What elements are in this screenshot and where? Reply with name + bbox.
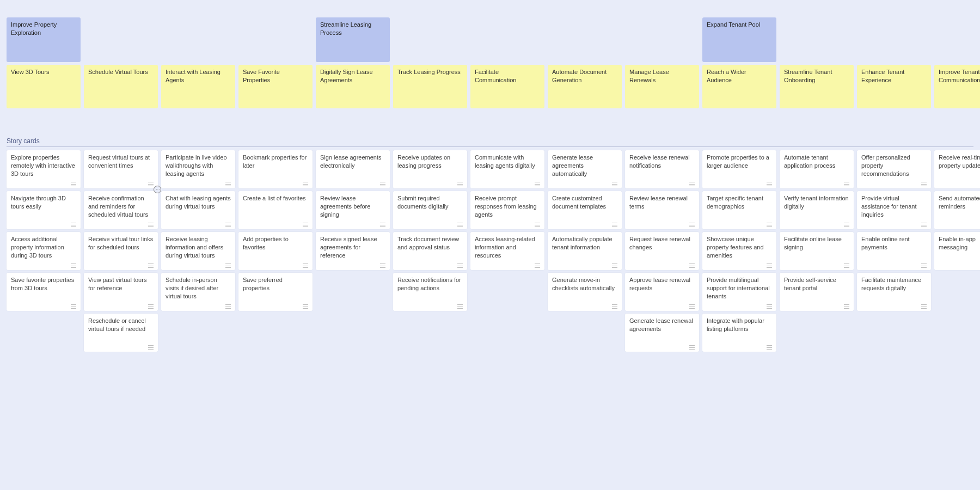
story-card[interactable]: Promote properties to a larger audience [702, 150, 776, 188]
drag-handle-icon[interactable] [457, 264, 463, 268]
drag-handle-icon[interactable] [689, 223, 695, 227]
story-card[interactable]: Request virtual tours at convenient time… [84, 150, 158, 188]
story-card[interactable]: Offer personalized property recommendati… [857, 150, 931, 188]
drag-handle-icon[interactable] [148, 304, 154, 309]
drag-handle-icon[interactable] [689, 182, 695, 186]
drag-handle-icon[interactable] [767, 182, 772, 186]
drag-handle-icon[interactable] [921, 223, 927, 227]
story-card[interactable]: Send automated lease reminders [934, 191, 980, 229]
story-card[interactable]: Provide virtual assistance for tenant in… [857, 191, 931, 229]
drag-handle-icon[interactable] [148, 182, 154, 186]
card-menu-icon[interactable]: ⋯ [154, 186, 161, 193]
story-card[interactable]: Receive leasing information and offers d… [161, 232, 235, 270]
drag-handle-icon[interactable] [380, 182, 385, 186]
drag-handle-icon[interactable] [689, 345, 695, 350]
activity-card[interactable]: Digitally Sign Lease Agreements [316, 65, 390, 108]
activity-card[interactable]: Track Leasing Progress [393, 65, 467, 108]
drag-handle-icon[interactable] [844, 304, 849, 309]
drag-handle-icon[interactable] [535, 182, 540, 186]
drag-handle-icon[interactable] [535, 264, 540, 268]
story-card[interactable]: Generate move-in checklists automaticall… [548, 273, 622, 311]
activity-card[interactable]: Schedule Virtual Tours [84, 65, 158, 108]
story-card[interactable]: Schedule in-person visits if desired aft… [161, 273, 235, 311]
drag-handle-icon[interactable] [612, 304, 617, 309]
story-card[interactable]: Target specific tenant demographics [702, 191, 776, 229]
story-card[interactable]: Chat with leasing agents during virtual … [161, 191, 235, 229]
drag-handle-icon[interactable] [303, 182, 308, 186]
story-card[interactable]: Enable online rent payments [857, 232, 931, 270]
drag-handle-icon[interactable] [71, 182, 76, 186]
drag-handle-icon[interactable] [71, 264, 76, 268]
story-card[interactable]: Generate lease agreements automatically [548, 150, 622, 188]
drag-handle-icon[interactable] [225, 304, 231, 309]
story-card[interactable]: Save preferred properties [238, 273, 313, 311]
story-card[interactable]: Bookmark properties for later [238, 150, 313, 188]
story-card[interactable]: Facilitate maintenance requests digitall… [857, 273, 931, 311]
story-card[interactable]: Receive confirmation and reminders for s… [84, 191, 158, 229]
drag-handle-icon[interactable] [457, 182, 463, 186]
activity-card[interactable]: Save Favorite Properties [238, 65, 313, 108]
story-card[interactable]: Facilitate online lease signing [780, 232, 854, 270]
story-card[interactable]: Submit required documents digitally [393, 191, 467, 229]
story-card[interactable]: Receive signed lease agreements for refe… [316, 232, 390, 270]
story-card[interactable]: Review lease agreements before signing [316, 191, 390, 229]
activity-card[interactable]: View 3D Tours [7, 65, 81, 108]
story-card[interactable]: Verify tenant information digitally [780, 191, 854, 229]
drag-handle-icon[interactable] [148, 345, 154, 350]
story-card[interactable]: Create customized document templates [548, 191, 622, 229]
story-card[interactable]: Access leasing-related information and r… [470, 232, 544, 270]
story-card[interactable]: Automate tenant application process [780, 150, 854, 188]
drag-handle-icon[interactable] [457, 304, 463, 309]
drag-handle-icon[interactable] [380, 264, 385, 268]
drag-handle-icon[interactable] [535, 223, 540, 227]
epic-card[interactable]: Improve Property Exploration [7, 17, 81, 62]
activity-card[interactable]: Interact with Leasing Agents [161, 65, 235, 108]
drag-handle-icon[interactable] [689, 304, 695, 309]
drag-handle-icon[interactable] [921, 264, 927, 268]
story-card[interactable]: Create a list of favorites [238, 191, 313, 229]
story-card[interactable]: Receive lease renewal notifications [625, 150, 699, 188]
activity-card[interactable]: Improve Tenant Communication [934, 65, 980, 108]
drag-handle-icon[interactable] [767, 264, 772, 268]
story-card[interactable]: Receive prompt responses from leasing ag… [470, 191, 544, 229]
story-card[interactable]: Reschedule or cancel virtual tours if ne… [84, 314, 158, 352]
drag-handle-icon[interactable] [225, 182, 231, 186]
drag-handle-icon[interactable] [71, 304, 76, 309]
drag-handle-icon[interactable] [767, 223, 772, 227]
story-card[interactable]: Access additional property information d… [7, 232, 81, 270]
story-card[interactable]: Add properties to favorites [238, 232, 313, 270]
story-card[interactable]: Integrate with popular listing platforms [702, 314, 776, 352]
drag-handle-icon[interactable] [612, 264, 617, 268]
story-card[interactable]: Explore properties remotely with interac… [7, 150, 81, 188]
story-card[interactable]: Navigate through 3D tours easily [7, 191, 81, 229]
story-card[interactable]: Enable in-app messaging [934, 232, 980, 270]
drag-handle-icon[interactable] [921, 182, 927, 186]
story-card[interactable]: Provide self-service tenant portal [780, 273, 854, 311]
story-card[interactable]: Sign lease agreements electronically [316, 150, 390, 188]
story-card[interactable]: Save favorite properties from 3D tours [7, 273, 81, 311]
activity-card[interactable]: Reach a Wider Audience [702, 65, 776, 108]
activity-card[interactable]: Manage Lease Renewals [625, 65, 699, 108]
drag-handle-icon[interactable] [612, 182, 617, 186]
story-card[interactable]: Receive real-time property updates [934, 150, 980, 188]
story-card[interactable]: Approve lease renewal requests [625, 273, 699, 311]
drag-handle-icon[interactable] [148, 223, 154, 227]
activity-card[interactable]: Automate Document Generation [548, 65, 622, 108]
drag-handle-icon[interactable] [689, 264, 695, 268]
drag-handle-icon[interactable] [71, 223, 76, 227]
drag-handle-icon[interactable] [844, 223, 849, 227]
story-card[interactable]: Communicate with leasing agents digitall… [470, 150, 544, 188]
drag-handle-icon[interactable] [457, 223, 463, 227]
drag-handle-icon[interactable] [225, 223, 231, 227]
drag-handle-icon[interactable] [612, 223, 617, 227]
story-card[interactable]: Showcase unique property features and am… [702, 232, 776, 270]
drag-handle-icon[interactable] [303, 223, 308, 227]
drag-handle-icon[interactable] [844, 264, 849, 268]
story-card[interactable]: Receive updates on leasing progress [393, 150, 467, 188]
story-card[interactable]: Provide multilingual support for interna… [702, 273, 776, 311]
drag-handle-icon[interactable] [303, 304, 308, 309]
story-card[interactable]: Automatically populate tenant informatio… [548, 232, 622, 270]
drag-handle-icon[interactable] [148, 264, 154, 268]
story-card[interactable]: Receive notifications for pending action… [393, 273, 467, 311]
epic-card[interactable]: Streamline Leasing Process [316, 17, 390, 62]
